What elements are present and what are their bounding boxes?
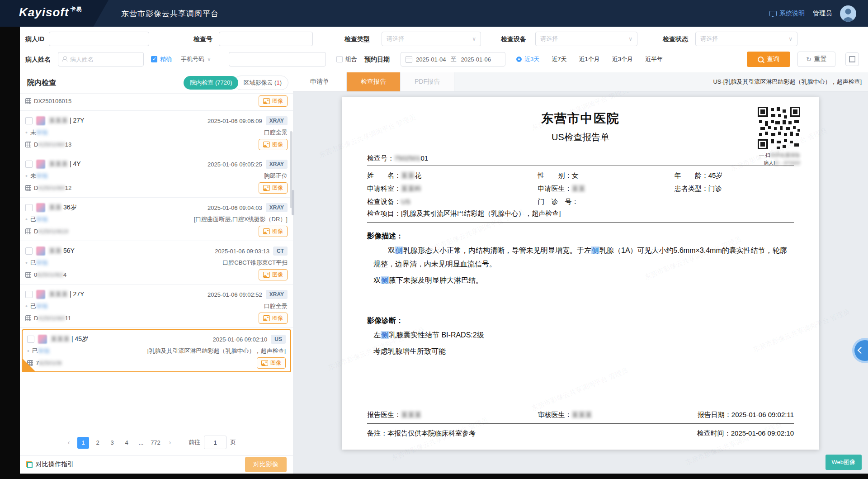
- combo-checkbox[interactable]: [336, 56, 343, 62]
- regional-label: 区域影像云 (: [243, 79, 276, 86]
- qr-patient-id: 病人ID：371522: [746, 160, 800, 166]
- view-image-button[interactable]: 图像: [259, 226, 288, 237]
- study-checkbox[interactable]: [27, 336, 34, 343]
- study-list-item[interactable]: 某某某 | 27Y 2025-01-06 09:06:09 XRAY • 未审核…: [20, 111, 293, 154]
- quick-filter-3[interactable]: 近1个月: [579, 55, 599, 63]
- image-icon: [263, 98, 270, 104]
- image-icon: [263, 185, 270, 191]
- study-id-icon: [25, 185, 31, 191]
- study-list-item[interactable]: 某某某 | 27Y 2025-01-06 09:02:52 XRAY • 已审核…: [20, 285, 293, 328]
- exact-checkbox[interactable]: [151, 56, 157, 62]
- patient-id-label: 病人ID: [25, 32, 44, 46]
- study-list-item[interactable]: 某某某 | 45岁 2025-01-06 09:02:10 US • 已审核 […: [22, 329, 291, 372]
- patient-name: 某某某 | 27Y: [49, 117, 84, 125]
- description-line-1: 双侧乳腺形态大小正常，内结构清晰，导管未见明显增宽。于左侧乳腺（1A）可见大小约…: [367, 244, 794, 271]
- study-datetime: 2025-01-06 09:02:52: [208, 291, 262, 298]
- page-button-4[interactable]: 4: [121, 437, 132, 449]
- quick-filter-2[interactable]: 近7天: [552, 55, 566, 63]
- field-name: 姓 名：某某花: [367, 170, 538, 181]
- study-checkbox[interactable]: [25, 204, 33, 211]
- source-tabs: 院内检查 (7720) 区域影像云 (1): [184, 76, 288, 90]
- exact-checkbox-group[interactable]: 精确: [151, 52, 172, 66]
- view-image-button[interactable]: 图像: [259, 313, 288, 324]
- tab-internal-exams[interactable]: 院内检查 (7720): [184, 76, 238, 90]
- search-button[interactable]: 查询: [747, 52, 790, 67]
- study-checkbox[interactable]: [25, 247, 33, 255]
- status-dot: •: [27, 347, 29, 355]
- patient-avatar: [38, 335, 47, 344]
- tab-pdf-report[interactable]: PDF报告: [401, 72, 454, 91]
- study-checkbox[interactable]: [25, 117, 33, 124]
- diagnosis-text: 左侧乳腺囊实性结节 BI-RADS:2级考虑乳腺增生所致可能: [367, 326, 794, 358]
- web-image-button[interactable]: Web图像: [826, 455, 862, 470]
- exam-no-input[interactable]: [219, 32, 313, 46]
- tab-exam-report[interactable]: 检查报告: [347, 72, 401, 91]
- tab-request-form[interactable]: 申请单: [293, 72, 347, 91]
- view-image-button[interactable]: 图像: [259, 269, 288, 280]
- patient-name-input[interactable]: [58, 52, 144, 66]
- status-select[interactable]: 请选择∨: [695, 32, 797, 46]
- study-checkbox[interactable]: [25, 291, 33, 298]
- search-icon: [758, 57, 764, 62]
- study-id: DX25010619: [34, 228, 68, 235]
- combo-checkbox-group[interactable]: 组合: [336, 52, 357, 66]
- current-user-label: 管理员: [813, 9, 832, 18]
- field-sex: 性 别：女: [538, 170, 675, 181]
- layout-toggle-button[interactable]: [845, 52, 859, 66]
- exam-type-select[interactable]: 请选择∨: [382, 32, 481, 46]
- field-opd-no: 门 诊 号：: [538, 196, 675, 208]
- image-button-label: 图像: [272, 97, 283, 105]
- report-doctor: 报告医生：某某某: [367, 409, 538, 421]
- patient-avatar: [36, 116, 45, 125]
- study-id: DX250106012: [34, 185, 71, 191]
- compare-guide-link[interactable]: 对比操作指引: [36, 460, 74, 469]
- study-id-icon: [25, 142, 31, 147]
- image-button-label: 图像: [272, 228, 283, 235]
- view-image-button[interactable]: 图像: [259, 139, 288, 150]
- compare-images-button[interactable]: 对比影像: [245, 457, 287, 472]
- page-button-3[interactable]: 3: [106, 437, 118, 449]
- page-button-772[interactable]: 772: [150, 437, 161, 449]
- screen: Kayisoft卡易 东营市影像云共享调阅平台 系统说明 管理员 病人ID 检查…: [0, 0, 868, 479]
- patient-name: 某某 56Y: [49, 247, 75, 255]
- date-range-picker[interactable]: 2025-01-04 至 2025-01-06: [401, 52, 505, 66]
- phone-input[interactable]: [229, 52, 326, 66]
- phone-field-select[interactable]: 手机号码∨: [181, 52, 211, 66]
- view-image-button[interactable]: 图像: [259, 182, 288, 194]
- current-study-description: US-[乳腺及其引流区淋巴结彩超（乳腺中心），超声检查]: [713, 78, 868, 86]
- exam-no-value: 750250101: [394, 154, 428, 162]
- study-id-icon: [25, 228, 31, 234]
- study-status: 未审核: [30, 128, 48, 137]
- divider: [367, 222, 794, 223]
- prev-page-button[interactable]: ‹: [63, 436, 75, 448]
- panel-splitter[interactable]: [290, 72, 296, 455]
- status-dot: •: [25, 172, 28, 180]
- page-button-2[interactable]: 2: [92, 437, 104, 449]
- reset-button[interactable]: ↻重置: [797, 52, 835, 67]
- view-image-button[interactable]: 图像: [259, 95, 288, 107]
- exam-name: 口腔全景: [264, 128, 288, 137]
- description-text: 双侧乳腺形态大小正常，内结构清晰，导管未见明显增宽。于左侧乳腺（1A）可见大小约…: [367, 241, 794, 287]
- quick-filter-5[interactable]: 近半年: [645, 55, 663, 63]
- exam-name: [口腔曲面断层,口腔X线摄影（DR）]: [194, 215, 288, 223]
- study-list-item[interactable]: 某某 56Y 2025-01-06 09:03:13 CT • 已审核 口腔CB…: [20, 241, 293, 285]
- quick-filter-4[interactable]: 近3个月: [612, 55, 633, 63]
- patient-id-input[interactable]: [49, 32, 149, 46]
- next-page-button[interactable]: ›: [164, 436, 176, 448]
- person-icon: [62, 56, 67, 62]
- study-list-item-partial[interactable]: DX250106015 图像: [20, 93, 293, 111]
- audit-doctor: 审核医生：某某某: [538, 409, 683, 421]
- study-list-item[interactable]: 某某某 | 4Y 2025-01-06 09:05:25 XRAY • 未审核 …: [20, 154, 293, 198]
- page-button-1[interactable]: 1: [77, 437, 89, 449]
- study-checkbox[interactable]: [25, 161, 33, 168]
- system-help-label: 系统说明: [779, 9, 805, 18]
- user-avatar[interactable]: [840, 5, 856, 22]
- goto-page-input[interactable]: [204, 436, 226, 449]
- more-pages-ellipsis[interactable]: ...: [135, 437, 147, 449]
- system-help-link[interactable]: 系统说明: [769, 9, 805, 18]
- study-list-item[interactable]: 某某 36岁 2025-01-06 09:04:03 XRAY • 已审核 [口…: [20, 198, 293, 241]
- quick-filter-1[interactable]: 近3天: [516, 55, 539, 63]
- device-select[interactable]: 请选择∨: [535, 32, 637, 46]
- view-image-button[interactable]: 图像: [257, 357, 286, 369]
- tab-regional-cloud[interactable]: 区域影像云 (1): [234, 76, 288, 90]
